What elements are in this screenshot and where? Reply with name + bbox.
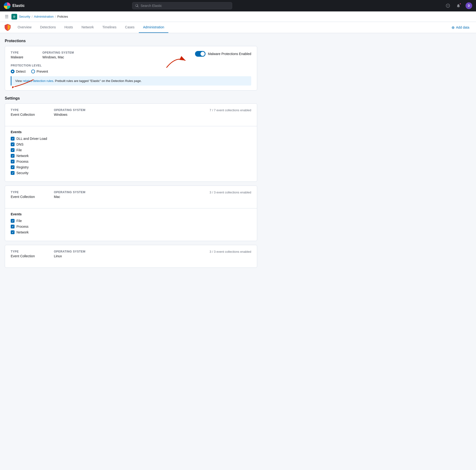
checkbox-file-win-label: File <box>17 148 22 152</box>
windows-card-inner: Type Event Collection Operating System W… <box>5 104 257 126</box>
main-content: Protections Type Malware Operating Syste… <box>0 33 262 277</box>
notification-dot <box>459 3 461 5</box>
radio-detect-inner <box>12 71 13 72</box>
protections-type-label: Type <box>11 51 23 54</box>
protection-level-section: Protection Level Detect Prevent <box>11 64 251 73</box>
tab-administration[interactable]: Administration <box>139 22 169 33</box>
checkbox-dns-label: DNS <box>17 142 24 146</box>
mac-header-row: Type Event Collection Operating System M… <box>11 191 251 199</box>
checkbox-network-mac-label: Network <box>17 230 29 234</box>
info-text-before: View <box>15 79 23 83</box>
mac-card: Type Event Collection Operating System M… <box>5 186 257 241</box>
search-input[interactable]: Search Elastic <box>132 2 232 9</box>
breadcrumb-sep-2: / <box>55 15 56 18</box>
checkbox-file-mac[interactable]: ✓ File <box>11 219 251 223</box>
checkbox-process-win-label: Process <box>17 160 29 163</box>
windows-events-title: Events <box>11 130 251 134</box>
protections-header-row: Type Malware Operating System Windows, M… <box>11 51 251 59</box>
detection-rules-link[interactable]: related detection rules <box>23 79 53 83</box>
security-logo <box>4 24 11 31</box>
help-icon[interactable]: ? <box>444 2 451 9</box>
user-avatar[interactable]: D <box>465 2 472 9</box>
checkbox-process-mac-label: Process <box>17 225 29 228</box>
mac-meta: Type Event Collection Operating System M… <box>11 191 85 199</box>
help-icon-svg: ? <box>446 3 450 8</box>
checkbox-dns[interactable]: ✓ DNS <box>11 142 251 146</box>
windows-type-label: Type <box>11 108 35 112</box>
malware-toggle-wrapper: Malware Protections Enabled <box>195 51 251 57</box>
checkbox-security-box: ✓ <box>11 171 15 175</box>
linux-type-label: Type <box>11 250 35 253</box>
prevent-label: Prevent <box>36 70 48 73</box>
checkbox-process-win[interactable]: ✓ Process <box>11 160 251 163</box>
linux-collection-count: 3 / 3 event collections enabled <box>210 250 251 253</box>
checkbox-dns-box: ✓ <box>11 142 15 146</box>
radio-prevent-outer <box>31 70 35 73</box>
hamburger-menu[interactable]: ☰ <box>4 13 10 20</box>
mac-events-title: Events <box>11 212 251 216</box>
linux-card: Type Event Collection Operating System L… <box>5 245 257 268</box>
protections-section: Protections Type Malware Operating Syste… <box>5 39 257 90</box>
info-text-after: . Prebuilt rules are tagged "Elastic" on… <box>53 79 141 83</box>
notifications-icon[interactable] <box>455 2 462 9</box>
mac-os-label: Operating System <box>54 191 85 194</box>
add-data-icon: ⊕ <box>451 25 455 30</box>
checkbox-network-mac-box: ✓ <box>11 230 15 234</box>
tab-timelines[interactable]: Timelines <box>98 22 121 33</box>
radio-prevent[interactable]: Prevent <box>31 70 48 73</box>
linux-card-inner: Type Event Collection Operating System L… <box>5 245 257 267</box>
breadcrumb: Security / Administration / Policies <box>19 15 68 18</box>
info-box: View related detection rules. Prebuilt r… <box>11 76 251 86</box>
tab-network[interactable]: Network <box>77 22 98 33</box>
mac-type-value: Event Collection <box>11 195 35 199</box>
windows-meta: Type Event Collection Operating System W… <box>11 108 85 117</box>
toggle-label: Malware Protections Enabled <box>208 52 251 56</box>
windows-collection-count: 7 / 7 event collections enabled <box>210 108 251 112</box>
top-bar: Elastic Search Elastic ? D <box>0 0 476 11</box>
radio-detect[interactable]: Detect <box>11 70 25 73</box>
protections-os-value: Windows, Mac <box>42 55 74 59</box>
windows-os-value: Windows <box>54 113 85 117</box>
checkbox-dll-driver[interactable]: ✓ DLL and Driver Load <box>11 137 251 140</box>
mac-card-inner: Type Event Collection Operating System M… <box>5 186 257 208</box>
checkbox-security[interactable]: ✓ Security <box>11 171 251 175</box>
windows-card: Type Event Collection Operating System W… <box>5 103 257 182</box>
add-data-label: Add data <box>456 25 469 29</box>
checkbox-registry[interactable]: ✓ Registry <box>11 165 251 169</box>
protections-card: Type Malware Operating System Windows, M… <box>5 46 257 90</box>
checkbox-network-win[interactable]: ✓ Network <box>11 154 251 158</box>
checkbox-file-mac-label: File <box>17 219 22 223</box>
linux-os-group: Operating System Linux <box>54 250 85 258</box>
toggle-knob <box>201 52 205 56</box>
windows-os-group: Operating System Windows <box>54 108 85 117</box>
protections-title: Protections <box>5 39 257 43</box>
checkbox-network-win-box: ✓ <box>11 154 15 158</box>
checkbox-network-mac[interactable]: ✓ Network <box>11 230 251 234</box>
mac-os-group: Operating System Mac <box>54 191 85 199</box>
checkbox-process-mac-box: ✓ <box>11 225 15 228</box>
breadcrumb-security[interactable]: Security <box>19 15 30 18</box>
checkbox-file-win-box: ✓ <box>11 148 15 152</box>
tab-cases[interactable]: Cases <box>121 22 139 33</box>
breadcrumb-administration[interactable]: Administration <box>34 15 53 18</box>
top-bar-right: ? D <box>444 2 472 9</box>
breadcrumb-sep-1: / <box>32 15 33 18</box>
protections-os-group: Operating System Windows, Mac <box>42 51 74 59</box>
elastic-logo[interactable]: Elastic <box>4 2 25 9</box>
tab-detections[interactable]: Detections <box>36 22 60 33</box>
shield-icon <box>4 24 11 31</box>
checkbox-security-label: Security <box>17 171 29 175</box>
checkbox-dll-driver-box: ✓ <box>11 137 15 140</box>
search-icon <box>135 4 138 7</box>
linux-type-value: Event Collection <box>11 254 35 258</box>
mac-type-label: Type <box>11 191 35 194</box>
mac-type-group: Type Event Collection <box>11 191 35 199</box>
tab-overview[interactable]: Overview <box>13 22 36 33</box>
linux-meta: Type Event Collection Operating System L… <box>11 250 85 258</box>
tab-hosts[interactable]: Hosts <box>60 22 77 33</box>
windows-events-section: Events ✓ DLL and Driver Load ✓ DNS ✓ Fil… <box>5 126 257 182</box>
add-data-button[interactable]: ⊕ Add data <box>449 23 472 32</box>
checkbox-process-mac[interactable]: ✓ Process <box>11 225 251 228</box>
malware-toggle[interactable] <box>195 51 205 57</box>
checkbox-file-win[interactable]: ✓ File <box>11 148 251 152</box>
